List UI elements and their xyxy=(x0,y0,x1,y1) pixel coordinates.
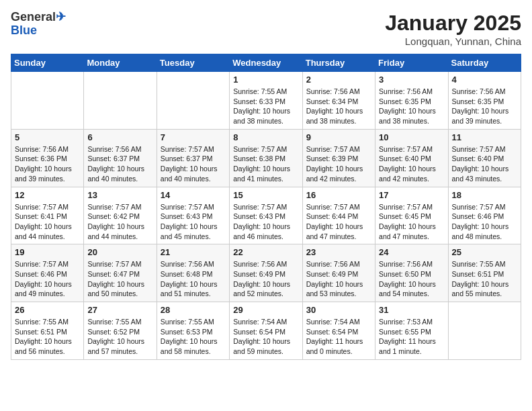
logo-blue: Blue xyxy=(11,24,37,37)
day-info: Sunrise: 7:57 AM Sunset: 6:40 PM Dayligh… xyxy=(379,144,444,184)
calendar-cell: 2Sunrise: 7:56 AM Sunset: 6:34 PM Daylig… xyxy=(302,72,375,130)
calendar-table: SundayMondayTuesdayWednesdayThursdayFrid… xyxy=(11,54,521,360)
day-info: Sunrise: 7:56 AM Sunset: 6:35 PM Dayligh… xyxy=(379,87,444,126)
month-title: January 2025 xyxy=(385,11,521,36)
day-number: 7 xyxy=(161,132,226,142)
day-info: Sunrise: 7:57 AM Sunset: 6:46 PM Dayligh… xyxy=(15,259,80,299)
calendar-week-5: 26Sunrise: 7:55 AM Sunset: 6:51 PM Dayli… xyxy=(11,302,521,360)
calendar-cell xyxy=(157,72,229,130)
day-number: 30 xyxy=(306,305,371,315)
weekday-header-wednesday: Wednesday xyxy=(230,54,302,72)
day-info: Sunrise: 7:57 AM Sunset: 6:43 PM Dayligh… xyxy=(161,202,226,242)
day-number: 2 xyxy=(306,75,371,85)
day-info: Sunrise: 7:55 AM Sunset: 6:51 PM Dayligh… xyxy=(15,317,80,357)
day-number: 31 xyxy=(379,305,444,315)
calendar-cell: 6Sunrise: 7:56 AM Sunset: 6:37 PM Daylig… xyxy=(84,129,157,187)
day-number: 1 xyxy=(233,75,298,85)
day-info: Sunrise: 7:57 AM Sunset: 6:46 PM Dayligh… xyxy=(452,202,517,242)
calendar-cell: 4Sunrise: 7:56 AM Sunset: 6:35 PM Daylig… xyxy=(448,72,521,130)
day-number: 24 xyxy=(379,247,444,257)
day-number: 3 xyxy=(379,75,444,85)
calendar-cell: 28Sunrise: 7:55 AM Sunset: 6:53 PM Dayli… xyxy=(157,302,229,360)
calendar-cell xyxy=(84,72,157,130)
day-number: 14 xyxy=(161,190,226,200)
day-number: 8 xyxy=(233,132,298,142)
calendar-week-2: 5Sunrise: 7:56 AM Sunset: 6:36 PM Daylig… xyxy=(11,129,521,187)
day-info: Sunrise: 7:56 AM Sunset: 6:35 PM Dayligh… xyxy=(452,87,517,126)
title-block: January 2025 Longquan, Yunnan, China xyxy=(385,11,521,47)
day-number: 5 xyxy=(15,132,80,142)
day-info: Sunrise: 7:57 AM Sunset: 6:45 PM Dayligh… xyxy=(379,202,444,242)
day-info: Sunrise: 7:57 AM Sunset: 6:39 PM Dayligh… xyxy=(306,144,371,184)
day-number: 6 xyxy=(87,132,152,142)
weekday-header-saturday: Saturday xyxy=(448,54,521,72)
day-number: 23 xyxy=(306,247,371,257)
calendar-cell: 20Sunrise: 7:57 AM Sunset: 6:47 PM Dayli… xyxy=(84,244,157,302)
day-number: 12 xyxy=(15,190,80,200)
weekday-header-sunday: Sunday xyxy=(11,54,84,72)
calendar-cell: 19Sunrise: 7:57 AM Sunset: 6:46 PM Dayli… xyxy=(11,244,84,302)
calendar-cell: 18Sunrise: 7:57 AM Sunset: 6:46 PM Dayli… xyxy=(448,187,521,244)
page-header: General✈ Blue January 2025 Longquan, Yun… xyxy=(11,11,521,47)
calendar-cell: 8Sunrise: 7:57 AM Sunset: 6:38 PM Daylig… xyxy=(230,129,302,187)
calendar-cell: 25Sunrise: 7:55 AM Sunset: 6:51 PM Dayli… xyxy=(448,244,521,302)
calendar-cell: 26Sunrise: 7:55 AM Sunset: 6:51 PM Dayli… xyxy=(11,302,84,360)
calendar-cell: 24Sunrise: 7:56 AM Sunset: 6:50 PM Dayli… xyxy=(375,244,448,302)
calendar-cell: 11Sunrise: 7:57 AM Sunset: 6:40 PM Dayli… xyxy=(448,129,521,187)
calendar-cell: 13Sunrise: 7:57 AM Sunset: 6:42 PM Dayli… xyxy=(84,187,157,244)
calendar-cell: 5Sunrise: 7:56 AM Sunset: 6:36 PM Daylig… xyxy=(11,129,84,187)
calendar-cell: 22Sunrise: 7:56 AM Sunset: 6:49 PM Dayli… xyxy=(230,244,302,302)
day-info: Sunrise: 7:55 AM Sunset: 6:53 PM Dayligh… xyxy=(161,317,226,357)
day-info: Sunrise: 7:56 AM Sunset: 6:50 PM Dayligh… xyxy=(379,259,444,299)
location: Longquan, Yunnan, China xyxy=(385,36,521,47)
calendar-cell: 16Sunrise: 7:57 AM Sunset: 6:44 PM Dayli… xyxy=(302,187,375,244)
weekday-header-tuesday: Tuesday xyxy=(157,54,229,72)
calendar-cell: 29Sunrise: 7:54 AM Sunset: 6:54 PM Dayli… xyxy=(230,302,302,360)
logo: General✈ Blue xyxy=(11,11,66,38)
day-number: 28 xyxy=(161,305,226,315)
day-number: 21 xyxy=(161,247,226,257)
day-info: Sunrise: 7:57 AM Sunset: 6:40 PM Dayligh… xyxy=(452,144,517,184)
calendar-cell: 23Sunrise: 7:56 AM Sunset: 6:49 PM Dayli… xyxy=(302,244,375,302)
day-info: Sunrise: 7:56 AM Sunset: 6:49 PM Dayligh… xyxy=(233,259,298,299)
calendar-cell: 12Sunrise: 7:57 AM Sunset: 6:41 PM Dayli… xyxy=(11,187,84,244)
day-info: Sunrise: 7:57 AM Sunset: 6:43 PM Dayligh… xyxy=(233,202,298,242)
day-info: Sunrise: 7:57 AM Sunset: 6:44 PM Dayligh… xyxy=(306,202,371,242)
calendar-cell xyxy=(448,302,521,360)
weekday-header-row: SundayMondayTuesdayWednesdayThursdayFrid… xyxy=(11,54,521,72)
day-number: 17 xyxy=(379,190,444,200)
day-info: Sunrise: 7:56 AM Sunset: 6:49 PM Dayligh… xyxy=(306,259,371,299)
day-info: Sunrise: 7:55 AM Sunset: 6:33 PM Dayligh… xyxy=(233,87,298,126)
day-info: Sunrise: 7:56 AM Sunset: 6:34 PM Dayligh… xyxy=(306,87,371,126)
day-info: Sunrise: 7:57 AM Sunset: 6:38 PM Dayligh… xyxy=(233,144,298,184)
day-number: 9 xyxy=(306,132,371,142)
calendar-week-3: 12Sunrise: 7:57 AM Sunset: 6:41 PM Dayli… xyxy=(11,187,521,244)
day-info: Sunrise: 7:55 AM Sunset: 6:51 PM Dayligh… xyxy=(452,259,517,299)
calendar-cell: 1Sunrise: 7:55 AM Sunset: 6:33 PM Daylig… xyxy=(230,72,302,130)
day-info: Sunrise: 7:56 AM Sunset: 6:48 PM Dayligh… xyxy=(161,259,226,299)
day-info: Sunrise: 7:55 AM Sunset: 6:52 PM Dayligh… xyxy=(87,317,152,357)
day-number: 16 xyxy=(306,190,371,200)
day-number: 18 xyxy=(452,190,517,200)
day-number: 22 xyxy=(233,247,298,257)
day-number: 20 xyxy=(87,247,152,257)
day-info: Sunrise: 7:54 AM Sunset: 6:54 PM Dayligh… xyxy=(306,317,371,357)
calendar-cell: 27Sunrise: 7:55 AM Sunset: 6:52 PM Dayli… xyxy=(84,302,157,360)
weekday-header-thursday: Thursday xyxy=(302,54,375,72)
calendar-cell: 31Sunrise: 7:53 AM Sunset: 6:55 PM Dayli… xyxy=(375,302,448,360)
day-number: 11 xyxy=(452,132,517,142)
calendar-cell xyxy=(11,72,84,130)
day-number: 26 xyxy=(15,305,80,315)
calendar-cell: 7Sunrise: 7:57 AM Sunset: 6:37 PM Daylig… xyxy=(157,129,229,187)
day-number: 10 xyxy=(379,132,444,142)
day-info: Sunrise: 7:53 AM Sunset: 6:55 PM Dayligh… xyxy=(379,317,444,357)
day-info: Sunrise: 7:57 AM Sunset: 6:42 PM Dayligh… xyxy=(87,202,152,242)
day-number: 4 xyxy=(452,75,517,85)
day-info: Sunrise: 7:56 AM Sunset: 6:36 PM Dayligh… xyxy=(15,144,80,184)
weekday-header-monday: Monday xyxy=(84,54,157,72)
day-info: Sunrise: 7:57 AM Sunset: 6:47 PM Dayligh… xyxy=(87,259,152,299)
day-number: 15 xyxy=(233,190,298,200)
day-info: Sunrise: 7:57 AM Sunset: 6:41 PM Dayligh… xyxy=(15,202,80,242)
day-number: 29 xyxy=(233,305,298,315)
day-number: 13 xyxy=(87,190,152,200)
